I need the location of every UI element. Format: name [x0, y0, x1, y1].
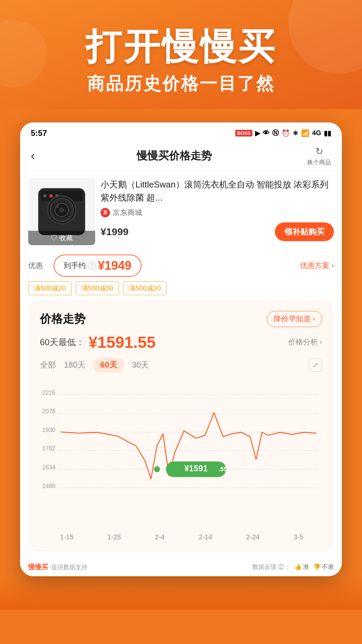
discount-link[interactable]: 优惠方案 › [300, 261, 334, 271]
lowest-price-row: 60天最低： ¥1591.55 价格分析 › [40, 333, 322, 352]
product-info: 小天鹅（LittleSwan）滚筒洗衣机全自动 智能投放 浓彩系列 紫外线除菌 … [101, 178, 334, 241]
thumbup-label: 准 [303, 563, 309, 571]
svg-point-9 [59, 207, 64, 213]
nav-title: 慢慢买价格走势 [42, 149, 307, 163]
price-analysis-link[interactable]: 价格分析 › [288, 337, 322, 347]
svg-point-10 [56, 205, 59, 208]
coupon-tag-1[interactable]: 满500减20 [28, 281, 72, 295]
discount-to-label: 到手约 [64, 261, 86, 271]
eye-icon: 👁 [263, 129, 269, 137]
discount-row: 优惠 到手约 ? ¥1949 优惠方案 › [20, 252, 342, 281]
boss-badge: BOSS [235, 130, 253, 137]
time-filter: 全部 180天 60天 30天 ⤢ [40, 358, 322, 372]
svg-text:1486: 1486 [42, 482, 56, 489]
shop-name: 京东商城 [113, 208, 142, 218]
footer: 慢慢买 ·提供数据支持 数据反馈 ②： 👍 准 👎 不准 [20, 557, 342, 576]
battery-icon: ▮▮ [324, 129, 331, 137]
coupon-tag-2[interactable]: 满500减50 [76, 281, 119, 295]
product-price-row: ¥1999 领补贴购买 [101, 222, 334, 241]
x-label-6: 3-5 [294, 533, 303, 541]
svg-text:1634: 1634 [42, 464, 56, 471]
coupon-tag-3[interactable]: 满500减30 [123, 281, 167, 295]
footer-brand-section: 慢慢买 ·提供数据支持 [28, 562, 87, 572]
status-bar: 5:57 BOSS ▶ 👁 Ⓝ ⏰ ✳ 📶 4G ▮▮ [20, 122, 342, 141]
thumbdown-icon: 👎 [313, 563, 320, 571]
chart-title: 价格走势 [40, 311, 85, 327]
svg-point-2 [43, 194, 47, 198]
x-label-2: 1-25 [108, 533, 121, 541]
price-chart-svg: 2226 2078 1930 1782 1634 1486 [40, 378, 322, 532]
hero-subtitle: 商品历史价格一目了然 [20, 72, 342, 96]
question-icon[interactable]: ? [88, 262, 96, 270]
product-image-svg [35, 185, 88, 238]
expand-button[interactable]: ⤢ [309, 358, 322, 372]
svg-text:2226: 2226 [42, 389, 56, 396]
back-button[interactable]: ‹ [31, 149, 35, 163]
hero-section: 打开慢慢买 商品历史价格一目了然 [0, 0, 362, 109]
product-title: 小天鹅（LittleSwan）滚筒洗衣机全自动 智能投放 浓彩系列 紫外线除菌 … [101, 178, 334, 204]
x-label-1: 1-15 [60, 533, 73, 541]
svg-point-3 [49, 194, 53, 198]
chart-section: 价格走势 降价早知道 › 60天最低： ¥1591.55 价格分析 › 全部 1… [30, 301, 332, 551]
x-axis-labels: 1-15 1-25 2-4 2-14 2-24 3-5 [40, 533, 322, 541]
shop-icon: 京 [101, 208, 110, 217]
status-time: 5:57 [31, 128, 47, 138]
svg-text:.55: .55 [219, 466, 227, 473]
product-price: ¥1999 [101, 226, 128, 237]
footer-provide-text: ·提供数据支持 [50, 564, 87, 571]
phone-frame: 5:57 BOSS ▶ 👁 Ⓝ ⏰ ✳ 📶 4G ▮▮ ‹ 慢慢买价格走势 ↻ … [20, 122, 342, 576]
nfc-icon: Ⓝ [272, 128, 279, 138]
price-badge: 到手约 ? ¥1949 [54, 255, 141, 277]
thumbup-icon: 👍 [294, 563, 302, 571]
time-btn-30[interactable]: 30天 [132, 358, 149, 372]
svg-text:¥1591: ¥1591 [184, 464, 208, 473]
discount-price: ¥1949 [98, 259, 131, 273]
chart-area: 2226 2078 1930 1782 1634 1486 [40, 378, 322, 532]
product-section: ♡ 收藏 小天鹅（LittleSwan）滚筒洗衣机全自动 智能投放 浓彩系列 紫… [20, 171, 342, 252]
status-icons: BOSS ▶ 👁 Ⓝ ⏰ ✳ 📶 4G ▮▮ [235, 128, 331, 138]
hero-title: 打开慢慢买 [20, 27, 342, 67]
alarm-icon: ⏰ [282, 129, 290, 137]
x-label-4: 2-14 [199, 533, 212, 541]
favorite-button[interactable]: ♡ 收藏 [28, 231, 95, 245]
product-shop: 京 京东商城 [101, 208, 334, 218]
product-image: ♡ 收藏 [28, 178, 95, 245]
thumbup-button[interactable]: 👍 准 [294, 563, 309, 571]
bluetooth-icon: ✳ [293, 129, 298, 137]
early-notice-button[interactable]: 降价早知道 › [267, 311, 322, 327]
refresh-button[interactable]: ↻ 换个商品 [307, 146, 331, 166]
time-btn-60[interactable]: 60天 [94, 358, 124, 372]
svg-text:1782: 1782 [42, 445, 56, 452]
svg-text:1930: 1930 [42, 427, 56, 433]
lowest-label: 60天最低： [40, 336, 84, 348]
discount-label: 优惠 [28, 261, 48, 271]
svg-text:2078: 2078 [42, 408, 56, 415]
coupon-tags: 满500减20 满500减50 满500减30 [20, 281, 342, 301]
thumbdown-label: 不准 [322, 563, 334, 571]
signal-icon: 4G [312, 129, 321, 137]
lowest-price: ¥1591.55 [88, 333, 156, 352]
feedback-label: 数据反馈 ②： [252, 563, 290, 571]
footer-brand: 慢慢买 [28, 563, 48, 571]
footer-feedback: 数据反馈 ②： 👍 准 👎 不准 [252, 563, 334, 571]
buy-button[interactable]: 领补贴购买 [275, 222, 334, 241]
time-btn-180[interactable]: 180天 [64, 358, 85, 372]
nav-icon: ▶ [255, 129, 260, 137]
bottom-strip [0, 576, 362, 610]
thumbdown-button[interactable]: 👎 不准 [313, 563, 334, 571]
refresh-icon: ↻ [315, 146, 323, 157]
wifi-icon: 📶 [301, 129, 309, 137]
nav-bar: ‹ 慢慢买价格走势 ↻ 换个商品 [20, 141, 342, 171]
refresh-label: 换个商品 [307, 158, 331, 166]
x-label-5: 2-24 [246, 533, 259, 541]
svg-point-23 [154, 466, 160, 472]
x-label-3: 2-4 [155, 533, 165, 541]
time-btn-all[interactable]: 全部 [40, 358, 56, 372]
chart-header: 价格走势 降价早知道 › [40, 311, 322, 327]
